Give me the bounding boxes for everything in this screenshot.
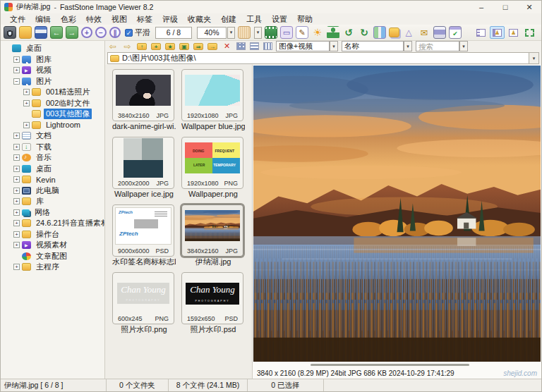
sidebar-item-24.6.21抖音直播素材1[interactable]: +24.6.21抖音直播素材1 [1, 218, 104, 229]
browse-folder-icon[interactable] [19, 26, 32, 39]
new-folder-icon[interactable]: + [151, 43, 161, 50]
copy-to-icon[interactable] [389, 27, 399, 37]
file-filter-dropdown-button[interactable]: ▾ [330, 41, 338, 51]
tree-expander-icon[interactable]: + [13, 198, 20, 204]
view-list-icon[interactable] [263, 42, 272, 50]
measure-icon[interactable]: △ [402, 26, 415, 39]
thumbnail-cell[interactable]: ZPtechZPtech9000x6000PSD [112, 204, 174, 257]
tree-expander-icon[interactable]: + [13, 166, 20, 172]
actual-size-icon[interactable]: ∥ [109, 27, 121, 38]
tree-expander-icon[interactable]: + [23, 100, 30, 106]
thumbnail-水印签名商标标志L...[interactable]: ZPtechZPtech9000x6000PSD水印签名商标标志L... [112, 204, 176, 272]
favorite-folder-icon[interactable]: ★ [165, 43, 175, 50]
sort-dropdown-button[interactable]: ▾ [404, 41, 412, 51]
sort-select[interactable]: 名称 [342, 41, 404, 51]
hand-tool-dropdown-button[interactable]: ▾ [254, 27, 262, 39]
menu-item-7[interactable]: 评级 [157, 13, 183, 25]
thumbnail-cell[interactable]: Chan YoungPHOTOGRAPHY1592x650PSD [181, 272, 243, 324]
menu-item-2[interactable]: 编辑 [30, 13, 56, 25]
menu-item-6[interactable]: 标签 [132, 13, 157, 25]
rotate-left-icon[interactable]: ↺ [342, 26, 355, 39]
view-browser-button[interactable]: ♟ [490, 26, 505, 39]
sidebar-item-桌面[interactable]: +桌面 [1, 164, 104, 175]
move-folder-icon[interactable]: → [207, 43, 217, 50]
copy-folder-icon[interactable]: ⇒ [193, 43, 203, 50]
menu-item-5[interactable]: 视图 [107, 13, 132, 25]
rotate-right-icon[interactable]: ↻ [358, 26, 371, 39]
sidebar-item-视频素材[interactable]: +视频素材 [1, 240, 104, 251]
thumbnail-照片水印.png[interactable]: Chan YoungPHOTOGRAPHY600x245PNG照片水印.png [112, 272, 176, 340]
minimize-button[interactable]: – [469, 1, 493, 13]
up-folder-icon[interactable]: ↑ [137, 43, 147, 50]
sidebar-item-桌面[interactable]: +桌面 [1, 43, 104, 54]
back-icon[interactable]: ⇦ [107, 42, 118, 51]
open-image-icon[interactable] [4, 26, 16, 39]
sidebar-item-下载[interactable]: +下载 [1, 142, 104, 153]
colors-icon[interactable]: ☀ [311, 26, 324, 39]
menu-item-1[interactable]: 文件 [5, 13, 30, 25]
thumbnail-cell[interactable]: DOINGFREQUENTLATERTEMPORARY1920x1080PNG [181, 137, 243, 189]
thumbnail-cell[interactable]: 2000x2000JPG [112, 137, 174, 189]
thumbnail-cell[interactable]: Chan YoungPHOTOGRAPHY600x245PNG [112, 272, 174, 324]
tree-expander-icon[interactable]: − [13, 78, 20, 85]
smooth-checkbox[interactable]: ✓ [125, 29, 133, 37]
menu-item-12[interactable]: 帮助 [292, 13, 318, 25]
tree-expander-icon[interactable]: + [13, 231, 20, 238]
sidebar-item-视频[interactable]: +视频 [1, 65, 104, 76]
sidebar-item-Kevin[interactable]: +Kevin [1, 174, 104, 185]
sidebar-item-Lightroom[interactable]: +Lightroom [1, 120, 104, 131]
sidebar-item-图片[interactable]: −图片 [1, 76, 104, 87]
sidebar-item-网络[interactable]: +网络 [1, 207, 104, 219]
zoom-in-icon[interactable]: + [81, 27, 92, 38]
path-dropdown-button[interactable]: ▾ [529, 52, 539, 64]
tree-expander-icon[interactable]: + [13, 144, 20, 150]
compare-icon[interactable] [373, 26, 386, 39]
preview-image[interactable] [253, 66, 541, 362]
sidebar-item-库[interactable]: +库 [1, 196, 104, 207]
search-dropdown-button[interactable]: ▾ [459, 41, 468, 51]
draw-board-icon[interactable]: ✎ [296, 26, 308, 39]
tree-expander-icon[interactable]: + [13, 56, 20, 63]
tree-expander-icon[interactable]: + [13, 264, 20, 270]
thumbnail-cell[interactable]: 1920x1080JPG [181, 69, 243, 121]
sidebar-item-文档[interactable]: +文档 [1, 130, 104, 142]
tree-expander-icon[interactable]: + [13, 67, 20, 73]
preview-hscrollbar[interactable] [253, 362, 541, 368]
menu-item-11[interactable]: 设置 [267, 13, 292, 25]
sidebar-item-002临时文件[interactable]: +002临时文件 [1, 98, 104, 109]
prev-image-icon[interactable]: ← [50, 26, 63, 39]
sidebar-item-文章配图[interactable]: +文章配图 [1, 251, 104, 262]
email-icon[interactable]: ✉ [418, 26, 430, 39]
delete-icon[interactable]: ✕ [222, 42, 232, 51]
thumbnail-Wallpaper.png[interactable]: DOINGFREQUENTLATERTEMPORARY1920x1080PNGW… [181, 137, 245, 204]
image-folder-icon[interactable]: ▣ [179, 43, 189, 50]
zoom-out-icon[interactable]: − [95, 27, 107, 38]
tree-expander-icon[interactable]: + [13, 209, 20, 216]
tree-expander-icon[interactable]: + [23, 89, 30, 95]
sidebar-item-主程序[interactable]: +主程序 [1, 262, 104, 273]
menu-item-8[interactable]: 收藏夹 [183, 13, 216, 25]
menu-item-9[interactable]: 创建 [216, 13, 241, 25]
maximize-button[interactable]: □ [493, 1, 517, 13]
view-thumb-icon[interactable] [236, 42, 246, 50]
sidebar-item-音乐[interactable]: +音乐 [1, 152, 104, 164]
sidebar-item-操作台[interactable]: +操作台 [1, 229, 104, 240]
sidebar-item-001精选照片[interactable]: +001精选照片 [1, 87, 104, 98]
view-windows-button[interactable] [474, 26, 488, 39]
view-fullscreen-button[interactable] [522, 26, 537, 39]
tree-expander-icon[interactable]: + [13, 242, 20, 248]
slideshow-icon[interactable] [265, 26, 277, 39]
sidebar-item-003其他图像[interactable]: +003其他图像 [1, 109, 104, 120]
next-image-icon[interactable]: → [66, 26, 78, 39]
external-programs-icon[interactable]: ✔ [449, 26, 462, 39]
print-icon[interactable] [433, 26, 446, 39]
zoom-dropdown-button[interactable]: ▾ [227, 27, 235, 39]
tree-expander-icon[interactable]: + [13, 154, 20, 161]
address-input[interactable]: D:\图片\003其他图像\ [107, 52, 529, 64]
tree-expander-icon[interactable]: + [13, 220, 20, 226]
zoom-level-value[interactable]: 40% [197, 27, 227, 39]
thumbnail-dark-anime-girl-wi...[interactable]: 3840x2160JPGdark-anime-girl-wi... [112, 69, 176, 137]
sidebar-item-此电脑[interactable]: +此电脑 [1, 185, 104, 197]
forward-icon[interactable]: ⇨ [122, 42, 133, 51]
crop-board-icon[interactable]: ▭ [280, 26, 293, 39]
